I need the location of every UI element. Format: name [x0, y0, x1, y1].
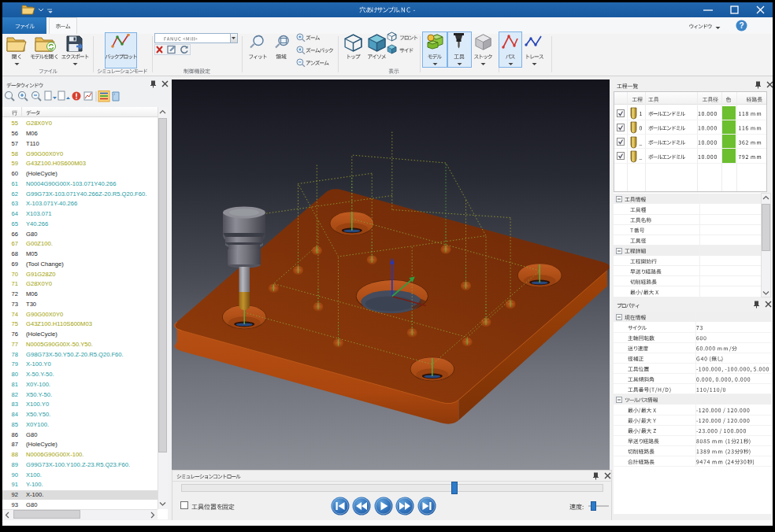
svg-text:?: ?	[739, 21, 743, 30]
